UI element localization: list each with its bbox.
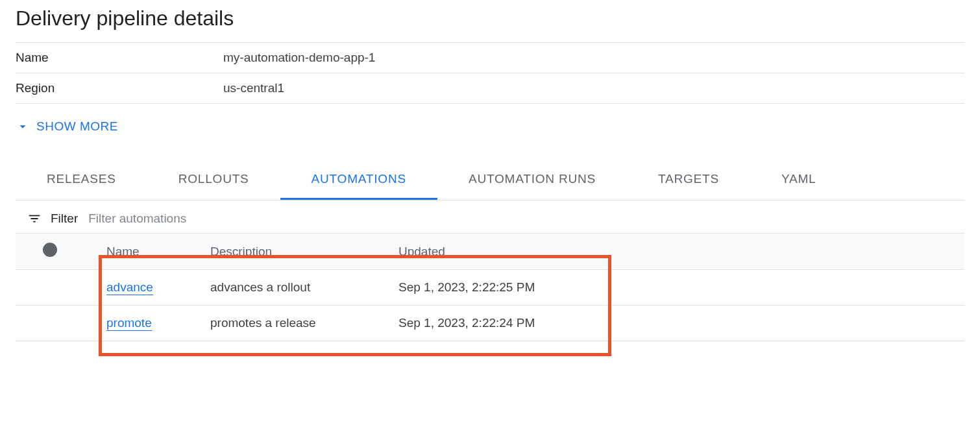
detail-value-region: us-central1	[223, 81, 284, 95]
filter-icon	[27, 212, 42, 226]
table-row: promote promotes a release Sep 1, 2023, …	[16, 306, 964, 341]
column-status	[16, 234, 100, 270]
tab-targets[interactable]: TARGETS	[627, 160, 750, 200]
automations-table: Name Description Updated advance advance…	[16, 233, 964, 341]
column-name[interactable]: Name	[100, 234, 204, 270]
tabs: RELEASES ROLLOUTS AUTOMATIONS AUTOMATION…	[16, 160, 964, 200]
column-description[interactable]: Description	[204, 234, 392, 270]
detail-label-region: Region	[16, 81, 223, 95]
cell-description: promotes a release	[204, 306, 392, 341]
cell-updated: Sep 1, 2023, 2:22:24 PM	[392, 306, 964, 341]
tab-automation-runs[interactable]: AUTOMATION RUNS	[437, 160, 627, 200]
detail-row-name: Name my-automation-demo-app-1	[16, 43, 964, 73]
filter-label: Filter	[51, 212, 78, 226]
cell-updated: Sep 1, 2023, 2:22:25 PM	[392, 270, 964, 306]
tab-rollouts[interactable]: ROLLOUTS	[147, 160, 280, 200]
column-updated[interactable]: Updated	[392, 234, 964, 270]
table-row: advance advances a rollout Sep 1, 2023, …	[16, 270, 964, 306]
detail-label-name: Name	[16, 51, 223, 65]
automation-link-promote[interactable]: promote	[106, 316, 152, 331]
status-dot-icon	[43, 243, 57, 257]
page-title: Delivery pipeline details	[16, 6, 964, 30]
tab-yaml[interactable]: YAML	[750, 160, 848, 200]
detail-row-region: Region us-central1	[16, 73, 964, 104]
cell-description: advances a rollout	[204, 270, 392, 306]
automation-link-advance[interactable]: advance	[106, 280, 153, 295]
tab-releases[interactable]: RELEASES	[16, 160, 147, 200]
filter-bar: Filter	[16, 200, 964, 233]
show-more-button[interactable]: SHOW MORE	[16, 119, 118, 134]
chevron-down-icon	[16, 119, 30, 134]
show-more-label: SHOW MORE	[36, 119, 118, 134]
table-header-row: Name Description Updated	[16, 234, 964, 270]
filter-input[interactable]	[87, 211, 953, 226]
tab-automations[interactable]: AUTOMATIONS	[280, 160, 437, 200]
detail-value-name: my-automation-demo-app-1	[223, 51, 375, 65]
details-section: Name my-automation-demo-app-1 Region us-…	[16, 42, 964, 104]
